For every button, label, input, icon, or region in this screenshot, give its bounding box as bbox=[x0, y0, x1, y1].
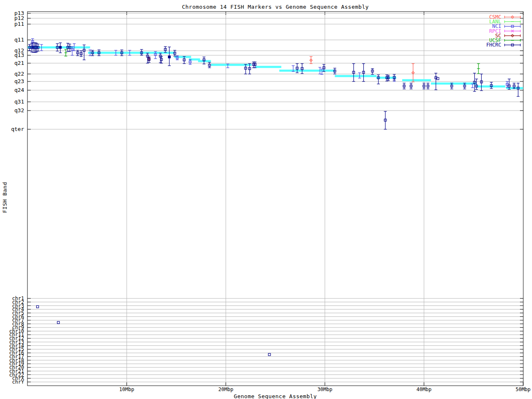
x-tick-label: 10Mbp bbox=[119, 387, 134, 392]
x-tick-label: 40Mbp bbox=[416, 387, 431, 392]
band-label: qter bbox=[11, 126, 24, 132]
band-label: q32 bbox=[15, 107, 24, 113]
band-label: q31 bbox=[15, 99, 24, 105]
data-point-marker bbox=[268, 353, 270, 355]
legend-label-fhcrc: FHCRC bbox=[486, 42, 501, 48]
data-point-marker bbox=[59, 46, 61, 48]
band-label: p12 bbox=[15, 15, 24, 21]
x-tick-label: 20Mbp bbox=[218, 387, 233, 392]
band-label: p11 bbox=[15, 21, 24, 27]
chart-canvas: 10Mbp20Mbp30Mbp40Mbp50Mbpp13p12p11q11q12… bbox=[0, 0, 532, 399]
band-label: q23 bbox=[15, 78, 24, 84]
x-tick-label: 50Mbp bbox=[515, 387, 530, 392]
fish-marker-plot: Chromosome 14 FISH Markers vs Genome Seq… bbox=[0, 0, 532, 399]
x-tick-label: 30Mbp bbox=[318, 387, 332, 392]
band-label: q21 bbox=[15, 60, 24, 66]
band-label: q13 bbox=[15, 52, 24, 58]
band-label: q22 bbox=[15, 71, 24, 77]
chromosome-label: chrY bbox=[12, 379, 25, 385]
data-point-marker bbox=[168, 56, 170, 58]
band-label: q11 bbox=[15, 37, 24, 43]
band-label: q24 bbox=[15, 87, 25, 93]
data-point-marker bbox=[57, 321, 59, 323]
data-point-marker bbox=[37, 305, 39, 308]
